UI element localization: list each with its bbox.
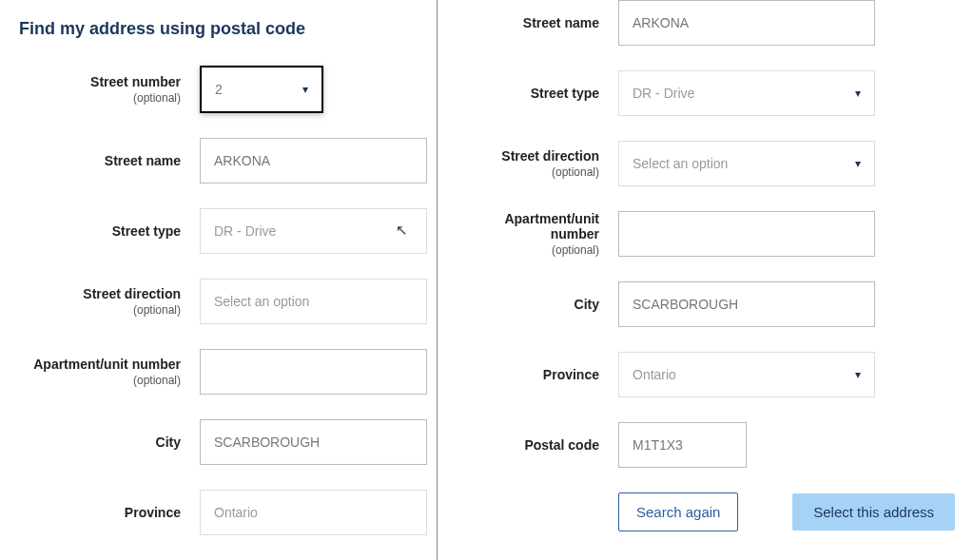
city-label: City	[19, 434, 181, 450]
unit-optional: (optional)	[19, 374, 181, 387]
province-select[interactable]: Ontario	[200, 490, 427, 535]
postal-input[interactable]: M1T1X3	[618, 422, 747, 468]
left-panel: Find my address using postal code Street…	[0, 0, 438, 560]
city-input[interactable]: SCARBOROUGH	[200, 419, 427, 465]
province-select-r[interactable]: Ontario ▾	[618, 352, 875, 397]
unit-label-r: Apartment/unit number	[457, 211, 599, 241]
street-type-label: Street type	[19, 223, 181, 239]
city-label-r: City	[457, 297, 599, 312]
chevron-down-icon: ▾	[855, 157, 861, 170]
street-type-label-r: Street type	[457, 86, 599, 101]
street-name-input[interactable]: ARKONA	[200, 138, 427, 183]
street-name-input-r[interactable]: ARKONA	[618, 0, 875, 46]
street-direction-select[interactable]: Select an option	[200, 279, 427, 324]
unit-input[interactable]	[200, 349, 427, 395]
chevron-down-icon: ▾	[855, 87, 861, 100]
street-direction-optional-r: (optional)	[457, 165, 599, 179]
unit-input-r[interactable]	[618, 211, 875, 257]
unit-label: Apartment/unit number	[19, 357, 181, 372]
chevron-down-icon: ▾	[302, 83, 308, 96]
right-panel: Street name ARKONA Street type DR - Driv…	[438, 0, 974, 560]
street-direction-optional: (optional)	[19, 303, 181, 317]
street-name-label: Street name	[19, 153, 181, 168]
street-number-select[interactable]: 2 ▾	[200, 66, 323, 113]
chevron-down-icon: ▾	[855, 368, 861, 381]
city-input-r[interactable]: SCARBOROUGH	[618, 281, 875, 327]
page-title: Find my address using postal code	[19, 19, 427, 39]
unit-optional-r: (optional)	[457, 243, 599, 257]
street-direction-select-r[interactable]: Select an option ▾	[618, 141, 875, 186]
select-address-button[interactable]: Select this address	[792, 493, 955, 531]
street-name-label-r: Street name	[457, 15, 599, 30]
street-type-select[interactable]: DR - Drive	[200, 208, 427, 254]
province-label-r: Province	[457, 367, 599, 382]
street-number-label: Street number	[19, 74, 181, 89]
street-number-optional: (optional)	[19, 91, 181, 105]
street-direction-label-r: Street direction	[457, 148, 599, 164]
street-type-select-r[interactable]: DR - Drive ▾	[618, 70, 875, 116]
search-again-button[interactable]: Search again	[618, 492, 738, 531]
street-direction-label: Street direction	[19, 286, 181, 301]
street-number-value: 2	[215, 82, 223, 97]
postal-label: Postal code	[457, 437, 599, 453]
province-label: Province	[19, 505, 181, 520]
